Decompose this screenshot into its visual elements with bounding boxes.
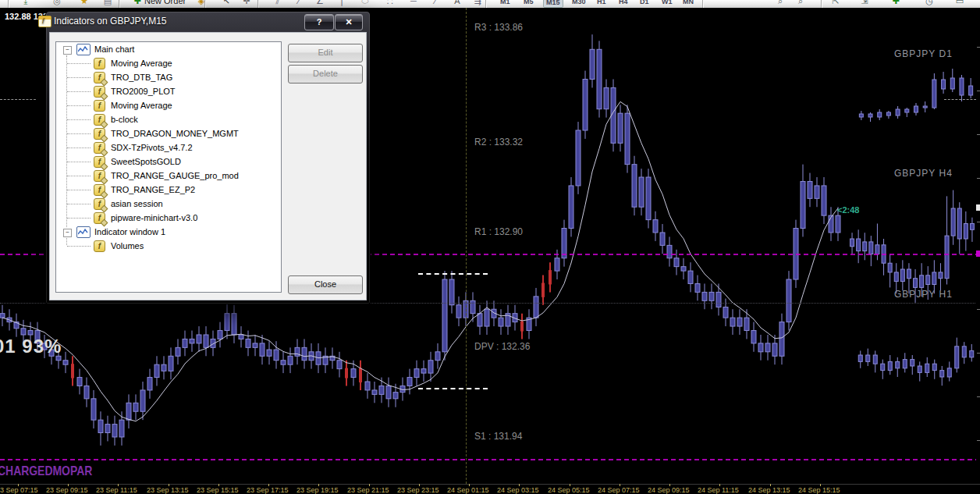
tree-guide-stub	[67, 218, 91, 219]
fibonacci-icon[interactable]: ⸬	[384, 0, 396, 7]
help-button[interactable]: ?	[304, 14, 334, 30]
watermark-text: CHARGEDMOPAR	[0, 464, 92, 479]
tree-node-main-chart[interactable]: −Main chart	[56, 42, 281, 56]
candle	[970, 224, 974, 230]
candle	[520, 322, 524, 332]
timeframe-button-m1[interactable]: M1	[498, 0, 513, 6]
indicator-function-icon: f	[94, 128, 105, 140]
candle	[295, 347, 300, 356]
candle	[345, 368, 348, 378]
tree-item-pipware-minichart-v3-0[interactable]: fpipware-minichart-v3.0	[56, 211, 281, 225]
candle	[900, 269, 904, 282]
expand-toggle-icon[interactable]: −	[63, 46, 72, 55]
templates-icon[interactable]: ▭	[953, 0, 966, 7]
close-button[interactable]: Close	[288, 275, 363, 294]
tree-node-indicator-window-1[interactable]: −Indicator window 1	[56, 225, 281, 239]
timeframe-button-mn[interactable]: MN	[680, 0, 696, 6]
candle	[940, 371, 944, 377]
candle	[330, 356, 335, 360]
candle	[449, 279, 454, 305]
crosshair-target-icon[interactable]: ◎	[51, 0, 63, 7]
vertical-line-icon[interactable]: ❘	[336, 0, 348, 7]
candle	[926, 275, 930, 285]
candle	[801, 181, 805, 228]
tree-item-moving-average[interactable]: fMoving Average	[56, 98, 281, 112]
candle	[709, 292, 714, 300]
candle	[932, 364, 936, 370]
candle	[527, 318, 531, 330]
candle	[119, 420, 124, 437]
candle	[372, 390, 377, 394]
periods-icon[interactable]: ◷	[923, 0, 936, 7]
time-axis-tick	[469, 484, 470, 486]
pivot-label: S1 : 131.94	[474, 431, 522, 442]
zoom-in-icon[interactable]: ⌕	[774, 0, 786, 7]
equidistant-channel-icon[interactable]: ⫽	[272, 0, 284, 7]
add-indicator-icon[interactable]: ✚	[889, 0, 902, 7]
range-white-dash	[418, 273, 488, 275]
price-axis-strip[interactable]	[976, 8, 980, 484]
notes-icon[interactable]: ▤	[101, 0, 114, 7]
tree-item-tro-range-ez-p2[interactable]: fTRO_RANGE_EZ_P2	[56, 183, 281, 197]
new-order-plus-icon[interactable]: ✚	[131, 0, 144, 7]
indicator-tree[interactable]: −Main chartfMoving AveragefTRO_DTB_TAGfT…	[55, 41, 282, 293]
close-x-button[interactable]: ✕	[335, 14, 363, 30]
timeframe-button-h4[interactable]: H4	[616, 0, 630, 6]
candle	[323, 356, 328, 364]
candle	[894, 272, 898, 282]
chart-shift-icon[interactable]: ⇱	[829, 0, 842, 7]
candle	[758, 343, 763, 352]
tree-item-tro-dtb-tag[interactable]: fTRO_DTB_TAG	[56, 70, 281, 84]
gann-tool-icon[interactable]: ∕	[293, 0, 305, 7]
auto-scroll-icon[interactable]: ⇲	[858, 0, 871, 7]
trendline-icon[interactable]: ∕	[429, 0, 442, 7]
horizontal-line-icon[interactable]: ─	[407, 0, 420, 7]
indicators-dialog[interactable]: Indicators on GBPJPY,M15 ? ✕ −Main chart…	[45, 11, 371, 304]
tree-item-volumes[interactable]: fVolumes	[56, 239, 281, 253]
timeframe-button-m30[interactable]: M30	[570, 0, 588, 6]
zoom-out-icon[interactable]: ⌕	[794, 0, 807, 7]
arrows-tool-icon[interactable]: ⇶	[471, 0, 484, 7]
tree-item-sweetspotsgold[interactable]: fSweetSpotsGOLD	[56, 155, 281, 169]
tree-item-tro-dragon-money-mgmt[interactable]: fTRO_DRAGON_MONEY_MGMT	[56, 126, 281, 140]
timeframe-button-h1[interactable]: H1	[595, 0, 609, 6]
candle	[77, 378, 82, 386]
b-clock-countdown: <2:48	[837, 205, 859, 215]
favorites-star-icon[interactable]: ★	[78, 0, 91, 7]
tree-item-asian-session[interactable]: fasian session	[56, 197, 281, 211]
new-order-button[interactable]: New Order	[144, 0, 186, 5]
time-axis-label: 24 Sep 01:15	[447, 486, 489, 494]
expand-toggle-icon[interactable]: −	[63, 229, 72, 237]
candle	[126, 403, 131, 420]
candle	[549, 270, 552, 284]
candle	[541, 283, 545, 297]
tree-item-b-clock[interactable]: fb-clock	[56, 112, 281, 126]
angle-tool-icon[interactable]: ∠	[314, 0, 326, 7]
time-axis-tick	[620, 484, 620, 486]
timeframe-button-w1[interactable]: W1	[659, 0, 675, 6]
candle	[169, 356, 173, 371]
delete-button[interactable]: Delete	[288, 65, 363, 84]
time-axis-label: 23 Sep 21:15	[347, 486, 389, 494]
timeframe-button-d1[interactable]: D1	[637, 0, 652, 6]
text-tool-icon[interactable]: A	[451, 0, 463, 7]
tree-item-tro2009-plot[interactable]: fTRO2009_PLOT	[56, 84, 281, 98]
alert-shield-icon[interactable]: ◈	[195, 0, 208, 7]
candle	[14, 322, 19, 329]
time-axis[interactable]: 23 Sep 07:1523 Sep 09:1523 Sep 11:1523 S…	[0, 484, 980, 494]
tree-item-sdx-tzpivots-v4-7-2[interactable]: fSDX-TzPivots_v4.7.2	[56, 140, 281, 155]
cursor-arrow-icon[interactable]: ↖	[220, 0, 233, 7]
pivot-label: R3 : 133.86	[474, 22, 523, 33]
edit-button[interactable]: Edit	[288, 44, 363, 62]
candle	[435, 352, 440, 361]
tree-item-tro-range-gauge-pro-mod[interactable]: fTRO_RANGE_GAUGE_pro_mod	[56, 169, 281, 183]
candle	[393, 393, 398, 399]
crosshair-icon[interactable]: ✛	[240, 0, 253, 7]
ellipse-icon[interactable]: ⬭	[359, 0, 371, 7]
tree-item-moving-average[interactable]: fMoving Average	[56, 56, 281, 70]
time-axis-label: 23 Sep 13:15	[147, 486, 189, 494]
chart-download-icon[interactable]: ⤓	[20, 0, 32, 7]
timeframe-button-m15[interactable]: M15	[543, 0, 563, 8]
timeframe-button-m5[interactable]: M5	[521, 0, 536, 6]
toolbar-separator	[821, 0, 822, 8]
